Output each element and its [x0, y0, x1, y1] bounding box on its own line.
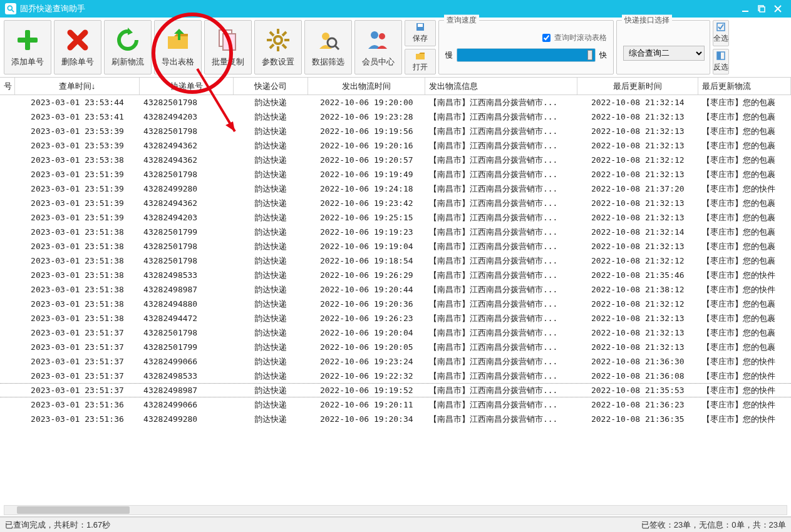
- add-label: 添加单号: [11, 56, 44, 68]
- status-bar: 已查询完成，共耗时：1.67秒 已签收：23单，无信息：0单，共：23单: [0, 517, 791, 532]
- table-row[interactable]: 2023-03-01 23:51:3843282494472韵达快递2022-1…: [0, 311, 791, 325]
- invert-select-button[interactable]: 反选: [713, 49, 729, 75]
- invert-label: 反选: [713, 62, 728, 73]
- add-button[interactable]: 添加单号: [4, 20, 51, 74]
- svg-line-18: [282, 32, 286, 36]
- svg-line-22: [335, 46, 339, 49]
- col-company[interactable]: 快递公司: [234, 78, 308, 95]
- svg-point-21: [328, 38, 336, 47]
- folder-export-icon: [165, 28, 190, 53]
- table-row[interactable]: 2023-03-01 23:51:3943282499280韵达快递2022-1…: [0, 182, 791, 196]
- table-row[interactable]: 2023-03-01 23:51:3943282494362韵达快递2022-1…: [0, 196, 791, 210]
- speed-slider[interactable]: [457, 48, 596, 62]
- copy-icon: [215, 28, 240, 53]
- table-row[interactable]: 2023-03-01 23:51:3743282498533韵达快递2022-1…: [0, 369, 791, 383]
- grid-header: 号 查单时间↓ 快递单号 快递公司 发出物流时间 发出物流信息 最后更新时间 最…: [0, 78, 791, 95]
- svg-line-1: [12, 10, 14, 13]
- gear-icon: [266, 28, 291, 53]
- save-button[interactable]: 保存: [405, 20, 436, 46]
- filter-button[interactable]: 数据筛选: [304, 20, 352, 74]
- svg-rect-10: [223, 34, 235, 50]
- table-row[interactable]: 2023-03-01 23:51:3943282494203韵达快递2022-1…: [0, 210, 791, 225]
- delete-button[interactable]: 删除单号: [54, 20, 101, 74]
- plus-icon: [15, 28, 40, 53]
- table-row[interactable]: 2023-03-01 23:51:3743282501799韵达快递2022-1…: [0, 340, 791, 354]
- filter-label: 数据筛选: [312, 56, 344, 68]
- table-row[interactable]: 2023-03-01 23:51:3843282501798韵达快递2022-1…: [0, 239, 791, 253]
- svg-rect-29: [717, 52, 721, 59]
- svg-rect-26: [418, 24, 423, 27]
- interface-panel: 快递接口选择 综合查询二: [616, 20, 710, 74]
- slow-label: 慢: [445, 50, 453, 61]
- status-left: 已查询完成，共耗时：1.67秒: [5, 519, 641, 531]
- member-button[interactable]: 会员中心: [354, 20, 402, 74]
- table-row[interactable]: 2023-03-01 23:51:3843282501798韵达快递2022-1…: [0, 253, 791, 268]
- svg-line-17: [282, 44, 286, 48]
- select-all-button[interactable]: 全选: [713, 20, 729, 46]
- delete-label: 删除单号: [61, 56, 94, 68]
- table-row[interactable]: 2023-03-01 23:51:3643282499066韵达快递2022-1…: [0, 397, 791, 412]
- svg-point-0: [8, 6, 12, 10]
- table-row[interactable]: 2023-03-01 23:53:4143282494203韵达快递2022-1…: [0, 110, 791, 124]
- col-updateinfo[interactable]: 最后更新物流: [698, 78, 791, 95]
- refresh-button[interactable]: 刷新物流: [104, 20, 152, 74]
- iface-title: 快递接口选择: [622, 15, 672, 26]
- status-right: 已签收：23单，无信息：0单，共：23单: [641, 519, 786, 531]
- copy-label: 批量复制: [212, 56, 244, 68]
- settings-label: 参数设置: [262, 56, 294, 68]
- maximize-button[interactable]: [753, 3, 770, 15]
- interface-select[interactable]: 综合查询二: [623, 46, 705, 61]
- svg-line-19: [270, 44, 274, 48]
- scroll-checkbox[interactable]: [542, 34, 551, 42]
- table-row[interactable]: 2023-03-01 23:51:3643282499280韵达快递2022-1…: [0, 412, 791, 426]
- svg-point-24: [379, 33, 385, 39]
- col-shiptime[interactable]: 发出物流时间: [308, 78, 425, 95]
- table-row[interactable]: 2023-03-01 23:51:3843282498533韵达快递2022-1…: [0, 268, 791, 282]
- col-trackingno[interactable]: 快递单号: [140, 78, 234, 95]
- open-button[interactable]: 打开: [405, 49, 436, 75]
- table-row[interactable]: 2023-03-01 23:51:3743282498987韵达快递2022-1…: [0, 383, 791, 397]
- table-row[interactable]: 2023-03-01 23:51:3943282501798韵达快递2022-1…: [0, 167, 791, 182]
- grid-body: 2023-03-01 23:53:4443282501798韵达快递2022-1…: [0, 95, 791, 426]
- table-row[interactable]: 2023-03-01 23:53:3943282494362韵达快递2022-1…: [0, 138, 791, 153]
- table-row[interactable]: 2023-03-01 23:53:4443282501798韵达快递2022-1…: [0, 95, 791, 110]
- svg-line-16: [270, 32, 274, 36]
- app-icon: [5, 3, 16, 14]
- users-icon: [366, 28, 391, 53]
- data-grid: 号 查单时间↓ 快递单号 快递公司 发出物流时间 发出物流信息 最后更新时间 最…: [0, 78, 791, 517]
- settings-button[interactable]: 参数设置: [254, 20, 302, 74]
- search-user-icon: [316, 28, 341, 53]
- x-icon: [65, 28, 90, 53]
- speed-panel: 查询速度 查询时滚动表格 慢快: [438, 20, 614, 74]
- copy-button[interactable]: 批量复制: [204, 20, 252, 74]
- titlebar: 固乔快递查询助手: [0, 0, 791, 18]
- folder-open-icon: [415, 51, 425, 61]
- col-shipinfo[interactable]: 发出物流信息: [425, 78, 577, 95]
- col-updatetime[interactable]: 最后更新时间: [577, 78, 698, 95]
- col-index[interactable]: 号: [0, 78, 15, 95]
- close-button[interactable]: [770, 3, 786, 15]
- col-querytime[interactable]: 查单时间↓: [15, 78, 140, 95]
- table-row[interactable]: 2023-03-01 23:53:3943282501798韵达快递2022-1…: [0, 124, 791, 138]
- minimize-button[interactable]: [737, 3, 753, 15]
- window-title: 固乔快递查询助手: [20, 3, 85, 14]
- selectall-icon: [716, 22, 726, 32]
- table-row[interactable]: 2023-03-01 23:51:3843282501799韵达快递2022-1…: [0, 225, 791, 239]
- open-label: 打开: [413, 62, 428, 73]
- speed-title: 查询速度: [444, 15, 479, 26]
- table-row[interactable]: 2023-03-01 23:51:3843282494880韵达快递2022-1…: [0, 297, 791, 311]
- scrollbar-thumb[interactable]: [17, 506, 130, 514]
- save-icon: [415, 22, 425, 32]
- svg-point-11: [274, 36, 282, 44]
- horizontal-scrollbar[interactable]: [4, 505, 787, 515]
- export-button[interactable]: 导出表格: [154, 20, 202, 74]
- svg-rect-8: [18, 38, 38, 43]
- refresh-label: 刷新物流: [111, 56, 144, 68]
- export-label: 导出表格: [162, 56, 194, 68]
- table-row[interactable]: 2023-03-01 23:51:3743282499066韵达快递2022-1…: [0, 354, 791, 369]
- table-row[interactable]: 2023-03-01 23:51:3843282498987韵达快递2022-1…: [0, 282, 791, 297]
- table-row[interactable]: 2023-03-01 23:53:3843282494362韵达快递2022-1…: [0, 153, 791, 167]
- table-row[interactable]: 2023-03-01 23:51:3743282501798韵达快递2022-1…: [0, 325, 791, 340]
- save-label: 保存: [413, 33, 428, 44]
- refresh-icon: [115, 28, 140, 53]
